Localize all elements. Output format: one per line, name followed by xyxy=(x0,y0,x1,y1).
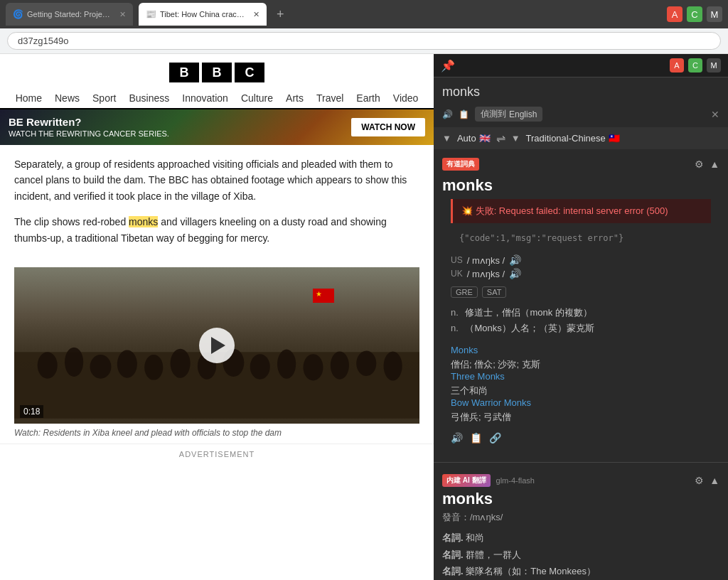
def-row-2: n. （Monks）人名；（英）蒙克斯 xyxy=(451,322,711,335)
us-audio-button[interactable]: 🔊 xyxy=(509,254,521,266)
advertisement-label: ADVERTISEMENT xyxy=(0,444,434,464)
target-lang-selector[interactable]: Traditional-Chinese 🇹🇼 xyxy=(526,133,620,144)
tab-tibet[interactable]: 📰 Tibet: How China cracked do... ✕ xyxy=(139,3,267,26)
external-link-icon[interactable]: 🔗 xyxy=(489,432,501,444)
youdao-collapse-button[interactable]: ▲ xyxy=(710,159,719,170)
ai-def-text-3: 樂隊名稱（如：The Monkees） xyxy=(466,566,596,576)
nav-business[interactable]: Business xyxy=(129,92,169,104)
youdao-error: 💥 失敗: Request failed: internal server er… xyxy=(451,199,711,223)
tab1-close[interactable]: ✕ xyxy=(119,10,126,19)
ai-def-text-1: 和尚 xyxy=(466,532,484,543)
link-bow-warrior-monks[interactable]: Bow Warrior Monks xyxy=(451,397,711,408)
article-paragraph2: The clip shows red-robed monks and villa… xyxy=(14,214,419,246)
dict-lang-row: 🔊 📋 偵測到 English ✕ xyxy=(434,104,728,127)
audio-icon[interactable]: 🔊 xyxy=(451,432,463,444)
tab2-close[interactable]: ✕ xyxy=(253,10,259,19)
pos-label-2: n. xyxy=(451,323,459,333)
ai-header: 内建 AI 翻譯 glm-4-flash ⚙ ▲ xyxy=(442,474,719,487)
svg-point-11 xyxy=(303,354,323,380)
extension-icon-c[interactable]: C xyxy=(687,6,702,22)
nav-earth[interactable]: Earth xyxy=(356,92,380,104)
svg-point-9 xyxy=(250,354,270,380)
ai-def-3: 名詞. 樂隊名稱（如：The Monkees） xyxy=(442,564,719,579)
nav-culture[interactable]: Culture xyxy=(241,92,273,104)
svg-point-13 xyxy=(356,350,376,376)
dict-topbar: 📌 A C M xyxy=(434,54,728,77)
swap-languages-button[interactable]: ⇌ xyxy=(496,131,505,145)
def-text-1: 修道士，僧侣（monk 的複數） xyxy=(465,307,592,318)
link-three-monks-text: 三个和尚 xyxy=(451,385,488,396)
youdao-links: Monks 僧侣; 僧众; 沙弥; 克斯 Three Monks 三个和尚 Bo… xyxy=(442,342,719,429)
error-label: 失敗: Request failed: internal server erro… xyxy=(476,205,668,216)
svg-point-4 xyxy=(117,350,137,377)
ai-word: monks xyxy=(442,490,719,508)
svg-point-12 xyxy=(331,351,349,379)
pin-icon[interactable]: 📌 xyxy=(441,59,455,72)
ai-collapse-button[interactable]: ▲ xyxy=(710,475,719,486)
dictionary-panel: 📌 A C M 🔊 📋 偵測到 English ✕ ▼ xyxy=(434,54,728,580)
uk-label: UK xyxy=(451,269,463,279)
dict-search-input[interactable] xyxy=(442,85,719,100)
auto-label: Auto xyxy=(457,133,476,144)
link-monks[interactable]: Monks xyxy=(451,345,711,355)
ai-def-2: 名詞. 群體，一群人 xyxy=(442,548,719,562)
svg-point-6 xyxy=(171,349,191,378)
link-monks-text: 僧侣; 僧众; 沙弥; 克斯 xyxy=(451,359,540,370)
ai-settings-button[interactable]: ⚙ xyxy=(695,475,704,486)
paragraph2-before: The clip shows red-robed xyxy=(14,216,129,227)
bbc-logo-b: B xyxy=(169,63,199,82)
nav-travel[interactable]: Travel xyxy=(316,92,343,104)
nav-news[interactable]: News xyxy=(55,92,80,104)
bbc-video[interactable]: 0:18 xyxy=(14,267,419,424)
speaker-icon[interactable]: 🔊 xyxy=(442,109,453,119)
nav-innovation[interactable]: Innovation xyxy=(182,92,228,104)
bbc-banner-text: BE Rewritten? WATCH THE REWRITING CANCER… xyxy=(9,116,351,139)
new-tab-button[interactable]: + xyxy=(272,7,289,22)
detected-lang-badge: 偵測到 English xyxy=(475,107,542,122)
video-caption: Watch: Residents in Xiba kneel and plead… xyxy=(0,424,434,444)
link-bow-warrior-text: 弓僧兵; 弓武僧 xyxy=(451,412,511,422)
nav-video[interactable]: Video xyxy=(393,92,419,104)
us-label: US xyxy=(451,255,463,265)
link-three-monks[interactable]: Three Monks xyxy=(451,371,711,382)
svg-point-10 xyxy=(277,350,296,379)
uk-audio-button[interactable]: 🔊 xyxy=(509,268,521,279)
youdao-pronunciation: US / mʌŋks / 🔊 UK / mʌŋks / 🔊 xyxy=(442,254,719,279)
svg-point-14 xyxy=(384,351,402,380)
address-bar-input[interactable] xyxy=(7,32,721,50)
tab-getting-started[interactable]: 🌀 Getting Started: Project Stru... ✕ xyxy=(6,3,133,26)
ai-def-text-2: 群體，一群人 xyxy=(466,549,521,560)
source-lang-selector[interactable]: Auto 🇬🇧 xyxy=(457,133,491,144)
nav-arts[interactable]: Arts xyxy=(286,92,304,104)
bbc-article: Separately, a group of residents approac… xyxy=(0,145,434,267)
nav-sport[interactable]: Sport xyxy=(92,92,116,104)
svg-point-3 xyxy=(90,355,112,379)
svg-point-5 xyxy=(144,355,163,380)
bbc-banner-title: BE Rewritten? xyxy=(9,116,351,128)
bbc-banner: BE Rewritten? WATCH THE REWRITING CANCER… xyxy=(0,109,434,145)
video-play-button[interactable] xyxy=(199,328,235,363)
copy-lang-icon[interactable]: 📋 xyxy=(459,109,469,119)
youdao-settings-button[interactable]: ⚙ xyxy=(695,159,704,170)
dict-tags: GRE SAT xyxy=(442,282,719,302)
ai-model: glm-4-flash xyxy=(496,476,535,485)
ai-pos-2: 名詞. xyxy=(442,549,466,560)
browser-chrome: 🌀 Getting Started: Project Stru... ✕ 📰 T… xyxy=(0,0,728,28)
ai-def-1: 名詞. 和尚 xyxy=(442,531,719,545)
ext-icon-a[interactable]: A xyxy=(670,58,684,72)
copy-icon[interactable]: 📋 xyxy=(470,432,482,444)
address-bar-row xyxy=(0,28,728,54)
ext-icon-m[interactable]: M xyxy=(707,58,721,72)
ai-pos-1: 名詞. xyxy=(442,532,466,543)
watch-now-button[interactable]: WATCH NOW xyxy=(351,118,425,136)
ext-icon-c[interactable]: C xyxy=(688,58,702,72)
youdao-logo: 有道詞典 xyxy=(442,158,479,171)
flag-auto: 🇬🇧 xyxy=(479,133,491,144)
youdao-header: 有道詞典 ⚙ ▲ xyxy=(442,158,719,171)
nav-home[interactable]: Home xyxy=(16,92,42,104)
extension-icon-m[interactable]: M xyxy=(707,6,722,22)
section-divider xyxy=(434,462,728,463)
extension-icon-a[interactable]: A xyxy=(667,6,682,22)
clear-search-button[interactable]: ✕ xyxy=(711,109,719,120)
youdao-definitions: n. 修道士，僧侣（monk 的複數） n. （Monks）人名；（英）蒙克斯 xyxy=(442,302,719,342)
